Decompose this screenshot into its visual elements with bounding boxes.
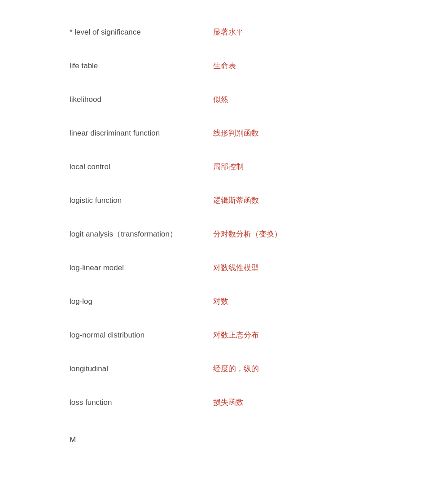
translation-text: 逻辑斯蒂函数: [213, 195, 259, 206]
translation-text: 经度的，纵的: [213, 364, 259, 374]
section-letter: M: [70, 435, 76, 444]
list-item: longitudinal经度的，纵的: [70, 364, 424, 374]
translation-text: 对数正态分布: [213, 330, 259, 340]
term-text: loss function: [70, 398, 213, 407]
term-text: log-normal distribution: [70, 331, 213, 340]
translation-text: 线形判别函数: [213, 128, 259, 138]
list-item: life table生命表: [70, 61, 424, 71]
translation-text: 生命表: [213, 61, 236, 71]
list-item: log-log对数: [70, 296, 424, 307]
term-text: log-linear model: [70, 263, 213, 272]
translation-text: 损失函数: [213, 397, 244, 408]
term-text: * level of significance: [70, 28, 213, 37]
list-item: log-normal distribution对数正态分布: [70, 330, 424, 340]
translation-text: 对数线性模型: [213, 263, 259, 273]
translation-text: 显著水平: [213, 27, 244, 37]
list-item: logistic function逻辑斯蒂函数: [70, 195, 424, 206]
term-text: local control: [70, 162, 213, 171]
translation-text: 局部控制: [213, 162, 244, 172]
term-text: longitudinal: [70, 364, 213, 373]
translation-text: 对数: [213, 296, 228, 307]
list-item: linear discriminant function线形判别函数: [70, 128, 424, 138]
term-text: life table: [70, 61, 213, 70]
entries-container: * level of significance显著水平life table生命表…: [70, 27, 424, 444]
list-item: local control局部控制: [70, 162, 424, 172]
translation-text: 分对数分析（变换）: [213, 229, 282, 239]
list-item: loss function损失函数: [70, 397, 424, 408]
list-item: * level of significance显著水平: [70, 27, 424, 37]
term-text: logistic function: [70, 196, 213, 205]
translation-text: 似然: [213, 94, 228, 105]
section-letter-entry: M: [70, 431, 424, 444]
term-text: likelihood: [70, 95, 213, 104]
term-text: linear discriminant function: [70, 129, 213, 138]
term-text: log-log: [70, 297, 213, 306]
term-text: logit analysis（transformation）: [70, 229, 213, 239]
list-item: likelihood似然: [70, 94, 424, 105]
list-item: logit analysis（transformation）分对数分析（变换）: [70, 229, 424, 239]
list-item: log-linear model对数线性模型: [70, 263, 424, 273]
